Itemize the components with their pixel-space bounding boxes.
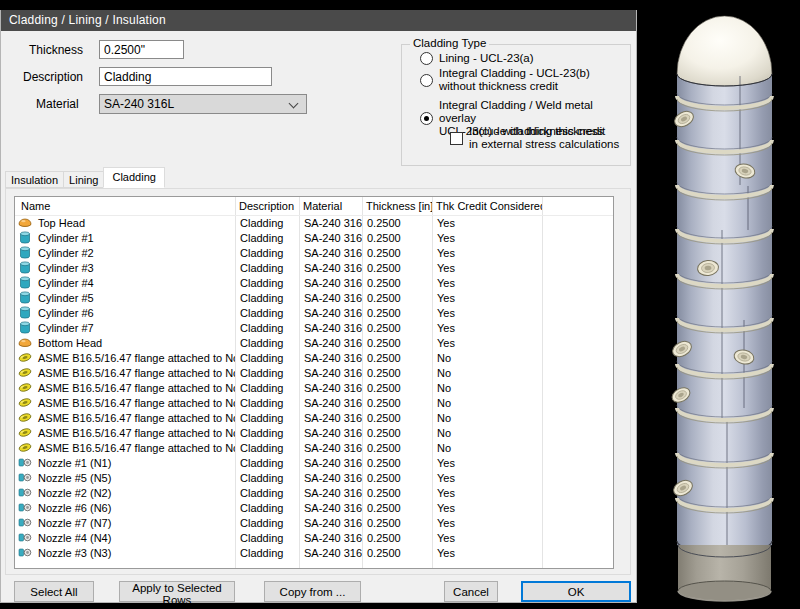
row-description: Cladding <box>235 425 299 440</box>
table-row[interactable]: Nozzle #5 (N5)CladdingSA-240 316L0.2500Y… <box>15 470 613 485</box>
row-name: Cylinder #6 <box>38 307 94 319</box>
table-row[interactable]: Nozzle #4 (N4)CladdingSA-240 316L0.2500Y… <box>15 530 613 545</box>
table-row[interactable]: Nozzle #6 (N6)CladdingSA-240 316L0.2500Y… <box>15 500 613 515</box>
row-filler <box>542 500 613 515</box>
thickness-input[interactable] <box>99 40 184 59</box>
description-input[interactable] <box>99 67 272 86</box>
flange-icon <box>18 366 32 379</box>
ok-button[interactable]: OK <box>521 581 631 602</box>
row-name: Cylinder #7 <box>38 322 94 334</box>
row-material: SA-240 316L <box>299 500 362 515</box>
cladding-type-group: Cladding Type Lining - UCL-23(a) Integra… <box>401 44 631 166</box>
table-row[interactable]: Bottom HeadCladdingSA-240 316L0.2500Yes <box>15 335 613 350</box>
tab-insulation[interactable]: Insulation <box>5 171 64 188</box>
row-credit: Yes <box>432 275 542 290</box>
radio-option-integral-cladding-b[interactable]: Integral Cladding - UCL-23(b) without th… <box>420 67 590 93</box>
radio-icon <box>420 112 433 125</box>
row-thickness: 0.2500 <box>362 215 432 230</box>
row-credit: No <box>432 395 542 410</box>
table-row[interactable]: ASME B16.5/16.47 flange attached to Nozz… <box>15 350 613 365</box>
cylinder-icon <box>18 231 32 244</box>
row-name: Nozzle #7 (N7) <box>38 517 111 529</box>
row-credit: Yes <box>432 455 542 470</box>
include-thickness-checkbox[interactable]: Include cladding thickness in external s… <box>450 125 619 151</box>
column-thk-credit[interactable]: Thk Credit Considered <box>432 197 542 215</box>
row-description: Cladding <box>235 530 299 545</box>
row-credit: Yes <box>432 335 542 350</box>
column-name[interactable]: Name <box>15 197 235 215</box>
nozzle-icon <box>18 546 32 559</box>
table-row[interactable]: Cylinder #1CladdingSA-240 316L0.2500Yes <box>15 230 613 245</box>
tab-lining[interactable]: Lining <box>63 171 104 188</box>
dialog-title: Cladding / Lining / Insulation <box>9 13 166 27</box>
copy-from-button[interactable]: Copy from ... <box>264 581 361 602</box>
cylinder-icon <box>18 321 32 334</box>
table-row[interactable]: ASME B16.5/16.47 flange attached to Nozz… <box>15 410 613 425</box>
row-credit: Yes <box>432 500 542 515</box>
table-row[interactable]: ASME B16.5/16.47 flange attached to Nozz… <box>15 395 613 410</box>
row-name: Cylinder #4 <box>38 277 94 289</box>
row-thickness: 0.2500 <box>362 290 432 305</box>
row-name: Bottom Head <box>38 337 102 349</box>
row-thickness: 0.2500 <box>362 455 432 470</box>
row-name: Cylinder #2 <box>38 247 94 259</box>
checkbox-icon <box>450 132 463 145</box>
table-row[interactable]: Nozzle #7 (N7)CladdingSA-240 316L0.2500Y… <box>15 515 613 530</box>
flange-icon <box>18 441 32 454</box>
row-description: Cladding <box>235 380 299 395</box>
option-label-line1: Integral Cladding - UCL-23(b) <box>439 67 590 80</box>
row-material: SA-240 316L <box>299 290 362 305</box>
radio-option-lining[interactable]: Lining - UCL-23(a) <box>420 52 534 65</box>
table-row[interactable]: Cylinder #4CladdingSA-240 316L0.2500Yes <box>15 275 613 290</box>
row-filler <box>542 515 613 530</box>
row-description: Cladding <box>235 245 299 260</box>
table-row[interactable]: Cylinder #2CladdingSA-240 316L0.2500Yes <box>15 245 613 260</box>
row-description: Cladding <box>235 230 299 245</box>
row-filler <box>542 290 613 305</box>
row-name: Nozzle #6 (N6) <box>38 502 111 514</box>
column-material[interactable]: Material <box>299 197 362 215</box>
row-description: Cladding <box>235 545 299 560</box>
table-row[interactable]: ASME B16.5/16.47 flange attached to Nozz… <box>15 380 613 395</box>
tab-cladding[interactable]: Cladding <box>103 167 164 188</box>
table-row[interactable]: Nozzle #2 (N2)CladdingSA-240 316L0.2500Y… <box>15 485 613 500</box>
model-3d-viewport[interactable] <box>637 0 800 609</box>
column-thickness[interactable]: Thickness [in] <box>362 197 432 215</box>
table-row[interactable]: Cylinder #6CladdingSA-240 316L0.2500Yes <box>15 305 613 320</box>
row-credit: No <box>432 410 542 425</box>
row-material: SA-240 316L <box>299 260 362 275</box>
row-thickness: 0.2500 <box>362 335 432 350</box>
row-name: Cylinder #5 <box>38 292 94 304</box>
row-description: Cladding <box>235 290 299 305</box>
row-credit: No <box>432 440 542 455</box>
table-row[interactable]: Cylinder #7CladdingSA-240 316L0.2500Yes <box>15 320 613 335</box>
tab-strip: Insulation Lining Cladding <box>5 167 164 188</box>
nozzle-icon <box>18 501 32 514</box>
material-dropdown[interactable]: SA-240 316L <box>99 94 307 114</box>
head-icon <box>18 336 32 349</box>
table-row[interactable]: Cylinder #3CladdingSA-240 316L0.2500Yes <box>15 260 613 275</box>
row-thickness: 0.2500 <box>362 380 432 395</box>
radio-icon <box>420 74 433 87</box>
table-row[interactable]: ASME B16.5/16.47 flange attached to Nozz… <box>15 365 613 380</box>
table-row[interactable]: ASME B16.5/16.47 flange attached to Nozz… <box>15 440 613 455</box>
table-row[interactable]: Top HeadCladdingSA-240 316L0.2500Yes <box>15 215 613 230</box>
row-filler <box>542 365 613 380</box>
row-filler <box>542 395 613 410</box>
flange-icon <box>18 351 32 364</box>
row-credit: Yes <box>432 290 542 305</box>
select-all-button[interactable]: Select All <box>14 581 94 602</box>
dialog-titlebar[interactable]: Cladding / Lining / Insulation <box>1 10 636 31</box>
cylinder-icon <box>18 291 32 304</box>
table-row[interactable]: ASME B16.5/16.47 flange attached to Nozz… <box>15 425 613 440</box>
table-row[interactable]: Nozzle #3 (N3)CladdingSA-240 316L0.2500Y… <box>15 545 613 560</box>
row-filler <box>542 305 613 320</box>
components-table: Name Description Material Thickness [in]… <box>14 196 614 569</box>
column-description[interactable]: Description <box>235 197 299 215</box>
table-row[interactable]: Nozzle #1 (N1)CladdingSA-240 316L0.2500Y… <box>15 455 613 470</box>
row-name: Nozzle #5 (N5) <box>38 472 111 484</box>
table-row[interactable]: Cylinder #5CladdingSA-240 316L0.2500Yes <box>15 290 613 305</box>
cancel-button[interactable]: Cancel <box>444 581 498 602</box>
cylinder-icon <box>18 246 32 259</box>
apply-to-selected-rows-button[interactable]: Apply to Selected Rows <box>119 581 235 602</box>
